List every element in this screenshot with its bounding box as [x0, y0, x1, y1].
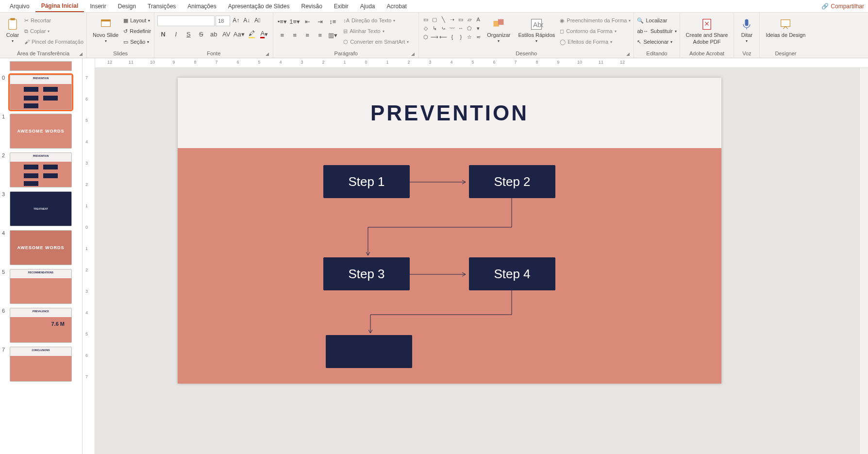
- slide-thumbnail[interactable]: RECOMMENDATIONS: [10, 269, 72, 304]
- slide-thumbnails-pane[interactable]: 0PREVENTION1AWESOME WORDS2PREVENTION3TRE…: [0, 58, 83, 454]
- font-launcher[interactable]: ◢: [266, 51, 269, 56]
- design-ideas-button[interactable]: Ideias de Design: [763, 16, 808, 38]
- tab-ajuda[interactable]: Ajuda: [354, 1, 381, 12]
- tab-apresentacao[interactable]: Apresentação de Slides: [222, 1, 296, 12]
- decrease-indent-button[interactable]: ⇤: [301, 16, 313, 27]
- text-shadow-button[interactable]: ab: [208, 28, 219, 40]
- italic-button[interactable]: I: [170, 28, 182, 40]
- step-4-box[interactable]: Step 4: [469, 257, 555, 290]
- slide-title[interactable]: PREVENTION: [370, 101, 529, 125]
- font-size-input[interactable]: [216, 16, 230, 26]
- copy-button[interactable]: ⧉Copiar▾: [24, 26, 83, 36]
- slide[interactable]: PREVENTION Step 1 Step 2 Step 3 Step 4: [178, 78, 721, 384]
- tab-arquivo[interactable]: Arquivo: [4, 1, 35, 12]
- dictate-button[interactable]: Ditar▾: [737, 16, 756, 43]
- bullets-button[interactable]: •≡▾: [276, 16, 288, 27]
- svg-rect-0: [9, 19, 17, 30]
- font-name-input[interactable]: [157, 16, 215, 26]
- tab-pagina-inicial[interactable]: Página Inicial: [35, 0, 84, 12]
- step-1-box[interactable]: Step 1: [323, 165, 410, 198]
- group-voice: Ditar▾ Voz: [734, 13, 760, 58]
- drawing-launcher[interactable]: ◢: [626, 51, 630, 56]
- font-color-button[interactable]: A▾: [258, 28, 270, 40]
- tab-animacoes[interactable]: Animações: [182, 1, 222, 12]
- highlight-button[interactable]: 🖍: [246, 28, 257, 40]
- format-painter-button[interactable]: 🖌Pincel de Formatação: [24, 37, 83, 47]
- convert-smartart-button[interactable]: ⬡Converter em SmartArt▾: [343, 37, 409, 47]
- group-paragraph: •≡▾ 1≡▾ ⇤ ⇥ ↕≡ ≡ ≡ ≡ ≡ ▥▾ ↕ADireção do T…: [273, 13, 419, 58]
- align-right-button[interactable]: ≡: [301, 29, 313, 41]
- replace-button[interactable]: ab↔Substituir▾: [637, 26, 676, 36]
- underline-button[interactable]: S: [183, 28, 194, 40]
- slide-thumbnail[interactable]: AWESOME WORDS: [10, 114, 72, 149]
- svg-text:Abc: Abc: [533, 21, 543, 29]
- cut-button[interactable]: ✂Recortar: [24, 16, 83, 25]
- step-3-box[interactable]: Step 3: [323, 257, 410, 290]
- align-left-button[interactable]: ≡: [276, 29, 288, 41]
- share-button[interactable]: 🔗 Compartilhar: [821, 3, 864, 10]
- slide-thumbnail[interactable]: PREVALENCE7.6 M: [10, 308, 72, 343]
- bold-button[interactable]: N: [157, 28, 169, 40]
- slide-thumbnail[interactable]: CONCLUSIONS: [10, 347, 72, 382]
- shape-effects-button[interactable]: ◯Efeitos de Forma▾: [560, 37, 631, 47]
- shapes-gallery[interactable]: ▭▢╲➝▭▱A ◇↳⤿〰↔⬠▾ ⬡⟶⟵{}☆≂: [422, 16, 482, 41]
- tab-acrobat[interactable]: Acrobat: [381, 1, 413, 12]
- paste-button[interactable]: Colar ▾: [3, 16, 22, 43]
- increase-font-button[interactable]: A↑: [231, 16, 241, 25]
- share-label: Compartilhar: [831, 3, 864, 10]
- quick-styles-icon: Abc: [530, 17, 543, 31]
- select-icon: ↖: [637, 39, 641, 45]
- decrease-font-button[interactable]: A↓: [242, 16, 251, 25]
- align-text-button[interactable]: ⊟Alinhar Texto▾: [343, 26, 409, 36]
- clipboard-launcher[interactable]: ◢: [79, 51, 83, 56]
- slide-thumbnail[interactable]: PREVENTION: [10, 75, 72, 110]
- step-2-box[interactable]: Step 2: [469, 165, 555, 198]
- tab-revisao[interactable]: Revisão: [295, 1, 328, 12]
- new-slide-button[interactable]: Novo Slide ▾: [90, 16, 121, 43]
- group-label-clipboard: Área de Transferência: [17, 50, 69, 56]
- arrange-icon: [492, 17, 505, 31]
- char-spacing-button[interactable]: AV: [220, 28, 232, 40]
- strike-button[interactable]: S: [195, 28, 207, 40]
- section-button[interactable]: ▭Seção▾: [123, 37, 151, 47]
- thumb-number: 3: [2, 191, 5, 197]
- tab-inserir[interactable]: Inserir: [84, 1, 112, 12]
- section-icon: ▭: [123, 39, 128, 45]
- clear-format-button[interactable]: A⃠: [252, 16, 262, 25]
- ribbon: Colar ▾ ✂Recortar ⧉Copiar▾ 🖌Pincel de Fo…: [0, 13, 868, 58]
- thumb-prev[interactable]: [10, 61, 72, 71]
- group-label-voice: Voz: [742, 50, 751, 56]
- slide-thumbnail[interactable]: TREATMENT: [10, 191, 72, 226]
- columns-button[interactable]: ▥▾: [327, 29, 338, 41]
- tab-transicoes[interactable]: Transições: [142, 1, 182, 12]
- slide-thumbnail[interactable]: PREVENTION: [10, 152, 72, 187]
- align-center-button[interactable]: ≡: [289, 29, 300, 41]
- tab-design[interactable]: Design: [112, 1, 142, 12]
- layout-button[interactable]: ▦Layout▾: [123, 16, 151, 25]
- numbering-button[interactable]: 1≡▾: [289, 16, 300, 27]
- svg-rect-3: [101, 20, 110, 22]
- change-case-button[interactable]: Aa▾: [233, 28, 245, 40]
- slide-canvas[interactable]: PREVENTION Step 1 Step 2 Step 3 Step 4: [95, 68, 859, 454]
- shape-fill-button[interactable]: ◉Preenchimento da Forma▾: [560, 16, 631, 25]
- find-button[interactable]: 🔍Localizar: [637, 16, 676, 25]
- step-5-box[interactable]: [326, 335, 412, 368]
- create-share-pdf-button[interactable]: Create and Share Adobe PDF: [683, 16, 731, 45]
- shape-outline-button[interactable]: ◻Contorno da Forma▾: [560, 26, 631, 36]
- line-spacing-button[interactable]: ↕≡: [327, 16, 338, 27]
- increase-indent-button[interactable]: ⇥: [314, 16, 326, 27]
- paragraph-launcher[interactable]: ◢: [411, 51, 415, 56]
- reset-button[interactable]: ↺Redefinir: [123, 26, 151, 36]
- copy-icon: ⧉: [24, 28, 28, 34]
- vertical-scrollbar[interactable]: [859, 68, 868, 454]
- outline-icon: ◻: [560, 28, 564, 34]
- mic-icon: [740, 17, 753, 31]
- group-label-font: Fonte: [207, 50, 220, 56]
- justify-button[interactable]: ≡: [314, 29, 326, 41]
- select-button[interactable]: ↖Selecionar▾: [637, 37, 676, 47]
- text-direction-button[interactable]: ↕ADireção do Texto▾: [343, 16, 409, 25]
- slide-thumbnail[interactable]: AWESOME WORDS: [10, 230, 72, 265]
- quick-styles-button[interactable]: Abc Estilos Rápidos▾: [516, 16, 558, 43]
- arrange-button[interactable]: Organizar▾: [484, 16, 513, 43]
- tab-exibir[interactable]: Exibir: [328, 1, 354, 12]
